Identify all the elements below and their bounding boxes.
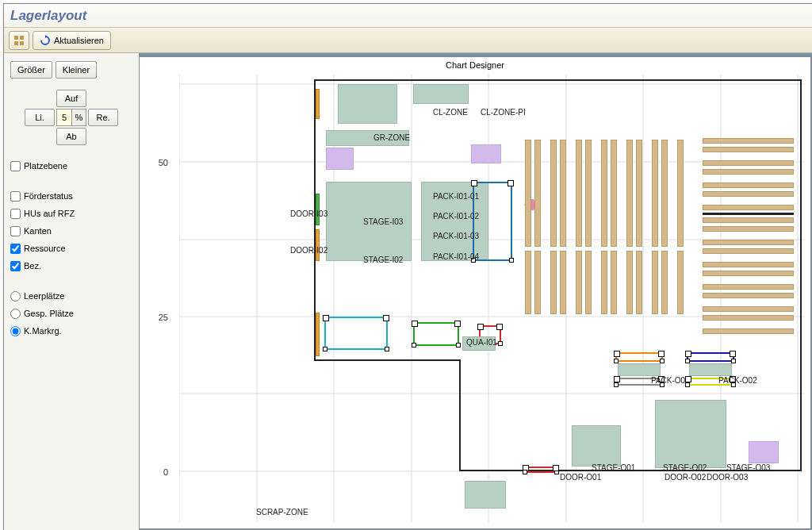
- nav-step-unit: %: [72, 109, 86, 126]
- svg-rect-3: [20, 41, 24, 45]
- label-cl-zone-pi: CL-ZONE-PI: [481, 108, 526, 117]
- door-top[interactable]: [316, 89, 320, 119]
- chk-hus-box[interactable]: [10, 209, 21, 219]
- chk-bez-box[interactable]: [10, 261, 21, 271]
- sel-green[interactable]: [413, 322, 459, 346]
- chk-platzebene[interactable]: Platzebene: [10, 159, 132, 173]
- app-window: Lagerlayout Aktualisieren Größer Kleiner…: [3, 3, 812, 530]
- rad-kmark[interactable]: K.Markrg.: [10, 324, 132, 338]
- label-gr-zone: GR-ZONE: [373, 133, 410, 142]
- svg-text:50: 50: [159, 158, 168, 167]
- label-stage-o03: STAGE-O03: [726, 463, 770, 472]
- svg-rect-2: [14, 41, 18, 45]
- rad-gesp[interactable]: Gesp. Plätze: [10, 306, 132, 321]
- svg-text:0: 0: [163, 467, 168, 477]
- zone-purple-2[interactable]: [471, 144, 501, 163]
- zone-cl[interactable]: [338, 84, 397, 124]
- zone-stage-o03[interactable]: [749, 441, 779, 463]
- title-bar: Lagerlayout: [4, 4, 812, 28]
- zone-cl-pi[interactable]: [413, 84, 469, 104]
- zone-stage-o02[interactable]: [655, 400, 726, 468]
- sel-cyan[interactable]: [324, 317, 388, 350]
- chk-foerder-box[interactable]: [10, 191, 21, 202]
- y-axis: 0 25 50: [140, 75, 179, 522]
- zoom-in-button[interactable]: Größer: [10, 61, 52, 79]
- svg-text:25: 25: [159, 313, 168, 322]
- label-stage-o01: STAGE-O01: [592, 463, 635, 472]
- zone-pack-o01[interactable]: [618, 363, 661, 376]
- door-i02[interactable]: [316, 229, 320, 261]
- sel-pack-o02-top[interactable]: [687, 352, 734, 362]
- chk-bez[interactable]: Bez.: [10, 259, 132, 273]
- label-pack-o01: PACK-O01: [651, 376, 690, 385]
- toolbar-icon-views[interactable]: [9, 31, 29, 50]
- sel-door-o01[interactable]: [524, 467, 557, 473]
- nav-up-button[interactable]: Auf: [56, 90, 86, 107]
- label-pack-o02: PACK-O02: [718, 376, 757, 385]
- door-bottom-left[interactable]: [316, 313, 320, 356]
- chk-kanten-box[interactable]: [10, 226, 21, 236]
- chk-hus[interactable]: HUs auf RFZ: [10, 206, 132, 221]
- refresh-label: Aktualisieren: [54, 36, 104, 45]
- nav-block: Auf Li. % Re. Ab: [25, 90, 118, 145]
- label-door-o03: DOOR-O03: [707, 473, 748, 482]
- label-qua: QUA-I01: [466, 338, 497, 347]
- rad-kmark-btn[interactable]: [10, 326, 21, 336]
- label-stage-o02: STAGE-O02: [663, 463, 707, 472]
- page-title: Lagerlayout: [10, 8, 86, 24]
- chart-area[interactable]: Chart Designer 0 25 50: [139, 56, 811, 529]
- label-door-o01: DOOR-O01: [560, 473, 601, 482]
- grid-icon: [13, 34, 25, 47]
- label-door-i03: DOOR-I03: [290, 209, 327, 218]
- chart-title: Chart Designer: [446, 60, 504, 70]
- content: Größer Kleiner Auf Li. % Re. Ab Platzebe…: [4, 53, 812, 530]
- refresh-icon: [40, 35, 51, 46]
- label-scrap: SCRAP-ZONE: [256, 508, 308, 517]
- label-door-i02: DOOR-I02: [290, 246, 327, 255]
- rad-leer[interactable]: Leerplätze: [10, 289, 132, 303]
- nav-step-input[interactable]: [56, 109, 72, 126]
- nav-left-button[interactable]: Li.: [25, 109, 55, 126]
- label-pack-i01-02: PACK-I01-02: [433, 212, 479, 221]
- chk-foerderstatus[interactable]: Förderstatus: [10, 189, 132, 203]
- chk-ressource-box[interactable]: [10, 244, 21, 254]
- zone-scrap[interactable]: [465, 481, 506, 509]
- label-pack-i01-04: PACK-I01-04: [433, 252, 479, 261]
- plot[interactable]: CL-ZONE CL-ZONE-PI GR-ZONE DOOR-I03 DOOR…: [179, 75, 804, 522]
- outline-mid-v: [459, 359, 461, 471]
- nav-right-button[interactable]: Re.: [88, 109, 118, 126]
- outline-mid: [314, 359, 461, 361]
- nav-down-button[interactable]: Ab: [56, 128, 86, 145]
- zone-pack-o02[interactable]: [689, 363, 732, 376]
- chk-ressource[interactable]: Ressource: [10, 241, 132, 255]
- toolbar: Aktualisieren: [4, 28, 812, 53]
- sidebar: Größer Kleiner Auf Li. % Re. Ab Platzebe…: [4, 53, 139, 530]
- nav-step: %: [56, 109, 86, 126]
- outline-right: [800, 79, 802, 471]
- label-pack-i01-03: PACK-I01-03: [433, 232, 479, 240]
- chk-platzebene-box[interactable]: [10, 161, 21, 171]
- zone-stage-o01[interactable]: [572, 425, 621, 467]
- sel-pack-o01-top[interactable]: [615, 352, 663, 362]
- zoom-out-button[interactable]: Kleiner: [56, 61, 97, 79]
- svg-rect-0: [14, 36, 18, 40]
- zone-purple-1[interactable]: [326, 148, 354, 170]
- rad-leer-btn[interactable]: [10, 291, 21, 301]
- chk-kanten[interactable]: Kanten: [10, 224, 132, 238]
- label-pack-i01-01: PACK-I01-01: [433, 192, 479, 201]
- label-stage-i02: STAGE-I02: [363, 255, 403, 264]
- refresh-button[interactable]: Aktualisieren: [33, 31, 111, 50]
- svg-rect-1: [20, 36, 24, 40]
- rad-gesp-btn[interactable]: [10, 309, 21, 319]
- label-cl-zone: CL-ZONE: [433, 108, 468, 117]
- outline-top: [314, 79, 802, 81]
- label-stage-i03: STAGE-I03: [363, 217, 403, 226]
- label-door-o02: DOOR-O02: [665, 473, 706, 482]
